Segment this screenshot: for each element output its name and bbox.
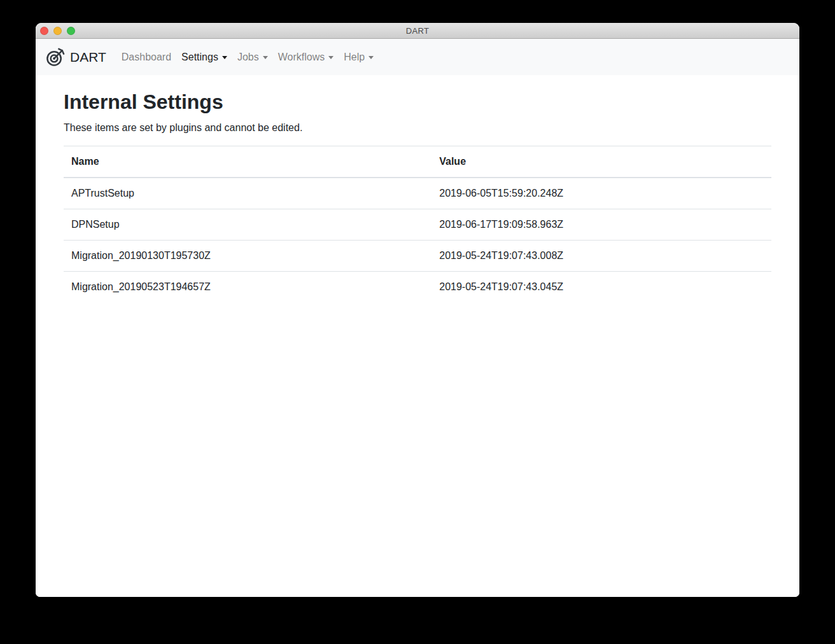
nav-links: Dashboard Settings Jobs Workflows Help [116, 46, 379, 68]
setting-name: Migration_20190130T195730Z [64, 241, 432, 272]
zoom-button[interactable] [67, 27, 75, 35]
caret-down-icon [263, 56, 268, 59]
close-button[interactable] [40, 27, 48, 35]
setting-value: 2019-06-05T15:59:20.248Z [432, 178, 771, 209]
page-subtitle: These items are set by plugins and canno… [64, 120, 771, 136]
setting-value: 2019-06-17T19:09:58.963Z [432, 209, 771, 241]
app-window: DART DART D [36, 23, 799, 597]
caret-down-icon [328, 56, 333, 59]
setting-value: 2019-05-24T19:07:43.045Z [432, 272, 771, 303]
column-header-value: Value [432, 146, 771, 178]
table-row: APTrustSetup 2019-06-05T15:59:20.248Z [64, 178, 771, 209]
traffic-lights [40, 23, 75, 38]
setting-name: APTrustSetup [64, 178, 432, 209]
navbar: DART Dashboard Settings Jobs Workflows H… [36, 39, 799, 75]
nav-item-help[interactable]: Help [339, 46, 379, 68]
internal-settings-table: Name Value APTrustSetup 2019-06-05T15:59… [64, 146, 771, 302]
nav-item-settings[interactable]: Settings [176, 46, 232, 68]
column-header-name: Name [64, 146, 432, 178]
caret-down-icon [368, 56, 374, 59]
nav-item-label: Workflows [278, 52, 325, 62]
brand-link[interactable]: DART [46, 47, 106, 67]
nav-item-workflows[interactable]: Workflows [273, 46, 339, 68]
dart-logo-icon [46, 47, 66, 67]
table-header-row: Name Value [64, 146, 771, 178]
minimize-button[interactable] [53, 27, 62, 35]
window-title: DART [406, 26, 429, 36]
table-row: DPNSetup 2019-06-17T19:09:58.963Z [64, 209, 771, 241]
titlebar: DART [36, 23, 799, 39]
nav-item-label: Dashboard [122, 52, 171, 62]
nav-item-label: Settings [181, 52, 218, 62]
setting-name: DPNSetup [64, 209, 432, 241]
brand-label: DART [70, 50, 106, 65]
page-title: Internal Settings [64, 90, 771, 114]
caret-down-icon [222, 56, 227, 59]
table-row: Migration_20190130T195730Z 2019-05-24T19… [64, 241, 771, 272]
nav-item-jobs[interactable]: Jobs [232, 46, 273, 68]
nav-item-label: Help [344, 52, 365, 62]
setting-name: Migration_20190523T194657Z [64, 272, 432, 303]
table-row: Migration_20190523T194657Z 2019-05-24T19… [64, 272, 771, 303]
main-content: Internal Settings These items are set by… [36, 75, 799, 597]
nav-item-dashboard[interactable]: Dashboard [116, 46, 176, 68]
setting-value: 2019-05-24T19:07:43.008Z [432, 241, 771, 272]
nav-item-label: Jobs [237, 52, 259, 62]
